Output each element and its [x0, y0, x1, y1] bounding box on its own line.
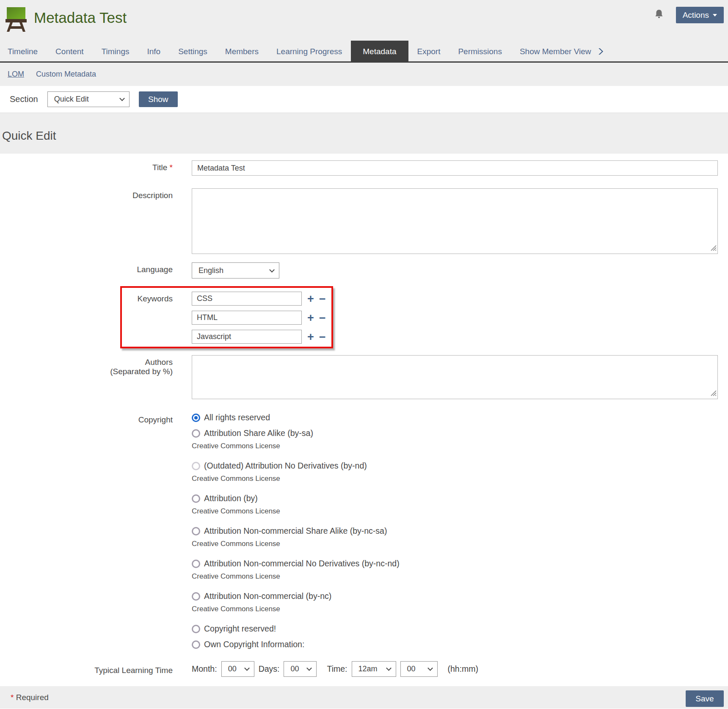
title-label: Title *	[0, 160, 173, 176]
course-logo-icon	[5, 6, 27, 34]
section-select[interactable]: Quick Edit	[47, 91, 130, 107]
description-row: Description	[0, 188, 728, 254]
resize-handle-icon[interactable]	[709, 389, 717, 398]
radio-copyright-reserved[interactable]	[192, 625, 200, 633]
radio-by-nc[interactable]	[192, 592, 200, 601]
copyright-option: Attribution Non-commercial (by-nc) Creat…	[192, 591, 400, 613]
title-input[interactable]	[192, 160, 718, 176]
copyright-label: Copyright	[0, 413, 173, 655]
radio-by[interactable]	[192, 494, 200, 503]
tab-timeline[interactable]: Timeline	[8, 41, 47, 61]
chevron-right-icon	[597, 41, 604, 63]
authors-label: Authors (Separated by %)	[0, 355, 173, 399]
form-heading-band: Quick Edit	[0, 113, 728, 154]
copyright-row: Copyright All rights reserved Attributio…	[0, 413, 728, 655]
learning-time-row: Typical Learning Time Month: 00 Days: 00…	[0, 661, 728, 677]
remove-keyword-icon[interactable]: −	[319, 295, 326, 303]
save-button[interactable]: Save	[686, 690, 724, 707]
description-textarea[interactable]	[192, 188, 718, 254]
cc-license-note: Creative Commons License	[192, 507, 400, 516]
form-footer: * Required Save	[0, 686, 728, 709]
radio-all-rights-reserved[interactable]	[192, 414, 200, 422]
cc-license-note: Creative Commons License	[192, 605, 400, 613]
copyright-option: Own Copyright Information:	[192, 640, 400, 649]
radio-by-nc-sa[interactable]	[192, 527, 200, 535]
tab-show-member-view[interactable]: Show Member View	[511, 41, 613, 61]
actions-button-label: Actions	[683, 11, 709, 20]
notification-bell-icon[interactable]	[654, 9, 664, 22]
keywords-label: Keywords	[0, 292, 173, 344]
learning-time-label: Typical Learning Time	[0, 663, 173, 675]
copyright-option: Attribution (by) Creative Commons Licens…	[192, 494, 400, 516]
radio-by-nd[interactable]	[192, 462, 200, 470]
description-label: Description	[0, 188, 173, 254]
quick-edit-form: Title * Description Language	[0, 154, 728, 677]
tab-bar: Timeline Content Timings Info Settings M…	[0, 41, 728, 63]
radio-by-sa[interactable]	[192, 429, 200, 438]
tab-members[interactable]: Members	[216, 41, 267, 61]
tab-timings[interactable]: Timings	[93, 41, 138, 61]
tab-learning-progress[interactable]: Learning Progress	[267, 41, 351, 61]
tab-export[interactable]: Export	[408, 41, 449, 61]
required-asterisk: *	[170, 163, 173, 172]
chevron-down-icon	[244, 665, 250, 671]
add-keyword-icon[interactable]: +	[307, 314, 314, 322]
section-select-value: Quick Edit	[54, 95, 89, 104]
days-label: Days:	[259, 664, 280, 674]
keywords-row: Keywords + − + − + −	[0, 286, 728, 348]
time-minute-select[interactable]: 00	[400, 661, 438, 677]
copyright-option: Attribution Non-commercial Share Alike (…	[192, 526, 400, 548]
chevron-down-icon	[269, 267, 275, 273]
language-select[interactable]: English	[192, 262, 279, 279]
language-label: Language	[0, 262, 173, 279]
copyright-option: Copyright reserved!	[192, 624, 400, 634]
keyword-input-3[interactable]	[192, 330, 302, 344]
time-hour-select[interactable]: 12am	[352, 661, 396, 677]
subtab-lom[interactable]: LOM	[8, 70, 24, 79]
radio-by-nc-nd[interactable]	[192, 560, 200, 568]
chevron-down-icon	[119, 96, 125, 101]
keyword-item: + −	[192, 311, 326, 325]
tab-content[interactable]: Content	[47, 41, 93, 61]
keyword-input-1[interactable]	[192, 292, 302, 306]
subtab-bar: LOM Custom Metadata	[0, 63, 728, 86]
keyword-input-2[interactable]	[192, 311, 302, 325]
required-asterisk: *	[11, 693, 14, 702]
language-row: Language English	[0, 262, 728, 279]
hhmm-hint: (hh:mm)	[448, 664, 479, 674]
chevron-down-icon	[386, 665, 392, 671]
page-title: Metadata Test	[34, 9, 127, 26]
subtab-custom-metadata[interactable]: Custom Metadata	[36, 70, 96, 79]
keyword-item: + −	[192, 292, 326, 306]
copyright-option: Attribution Non-commercial No Derivative…	[192, 559, 400, 581]
copyright-option: All rights reserved	[192, 413, 400, 422]
days-select[interactable]: 00	[284, 661, 317, 677]
actions-button[interactable]: Actions	[676, 7, 724, 23]
tab-permissions[interactable]: Permissions	[449, 41, 510, 61]
language-select-value: English	[199, 266, 223, 275]
time-label: Time:	[327, 664, 347, 674]
show-button[interactable]: Show	[139, 91, 178, 107]
resize-handle-icon[interactable]	[709, 244, 717, 253]
add-keyword-icon[interactable]: +	[307, 333, 314, 341]
tab-info[interactable]: Info	[138, 41, 169, 61]
page-header: Metadata Test Actions Timeline Content T…	[0, 0, 728, 86]
tab-settings[interactable]: Settings	[169, 41, 216, 61]
authors-textarea[interactable]	[192, 355, 718, 399]
remove-keyword-icon[interactable]: −	[319, 314, 326, 322]
tab-show-member-view-label: Show Member View	[520, 47, 591, 56]
authors-row: Authors (Separated by %)	[0, 355, 728, 399]
add-keyword-icon[interactable]: +	[307, 295, 314, 303]
section-toolbar: Section Quick Edit Show	[0, 86, 728, 113]
cc-license-note: Creative Commons License	[192, 572, 400, 581]
radio-own-copyright[interactable]	[192, 640, 200, 649]
month-select[interactable]: 00	[221, 661, 254, 677]
copyright-option: Attribution Share Alike (by-sa) Creative…	[192, 428, 400, 450]
tab-metadata[interactable]: Metadata	[351, 41, 408, 61]
cc-license-note: Creative Commons License	[192, 540, 400, 548]
title-row: Title *	[0, 160, 728, 176]
remove-keyword-icon[interactable]: −	[319, 333, 326, 341]
keyword-item: + −	[192, 330, 326, 344]
chevron-down-icon	[307, 665, 312, 671]
form-heading: Quick Edit	[2, 129, 56, 142]
